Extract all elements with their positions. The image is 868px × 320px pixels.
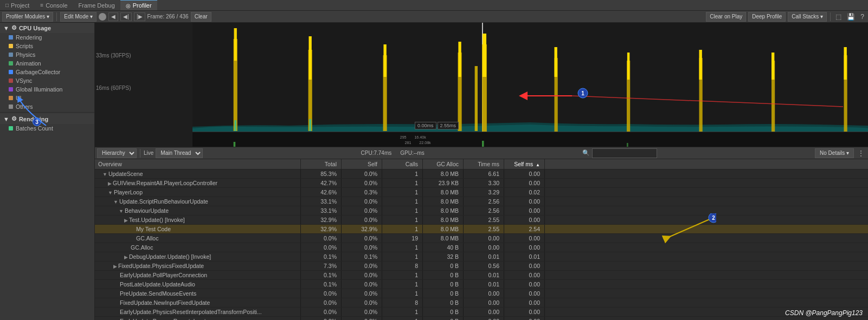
td-gc-alloc: 8.0 MB (423, 197, 464, 206)
td-gc-alloc: 8.0 MB (423, 215, 464, 224)
table-row[interactable]: EarlyUpdate.PhysicsResetInterpolatedTran… (95, 308, 868, 317)
td-calls: 8 (382, 262, 423, 270)
chart-area[interactable]: Selected: My Test Code 33ms (30FPS) 16ms… (95, 23, 868, 147)
table-row[interactable]: EarlyUpdate.PollPlayerConnection 0.1% 0.… (95, 271, 868, 280)
step-next-btn[interactable]: |▶ (134, 12, 145, 21)
sidebar-item-scripts[interactable]: Scripts (0, 42, 94, 50)
td-total: 7.3% (301, 262, 342, 270)
td-self-ms: 0.00 (504, 215, 545, 224)
table-row[interactable]: ▶GUIView.RepaintAll.PlayerLoopController… (95, 179, 868, 188)
call-stacks-btn[interactable]: Call Stacks ▾ (788, 12, 827, 22)
rendering-section-arrow: ▼ (3, 116, 9, 122)
tab-bar: □ Project ≡ Console Frame Debug ◎ Profil… (0, 0, 868, 11)
svg-rect-16 (627, 53, 629, 80)
sidebar-item-ui[interactable]: UI (0, 94, 94, 102)
td-self: 0.0% (342, 280, 382, 289)
tab-project[interactable]: □ Project (0, 0, 35, 10)
step-prev-btn[interactable]: ◀| (120, 12, 132, 21)
sidebar-item-physics[interactable]: Physics (0, 50, 94, 59)
td-time-ms: 0.01 (464, 252, 504, 261)
table-row[interactable]: ▼UpdateScene 85.3% 0.0% 1 8.0 MB 6.61 0.… (95, 169, 868, 179)
td-self: 0.0% (342, 243, 382, 252)
edit-mode-arrow-icon: ▾ (90, 14, 93, 19)
profiler-modules-btn[interactable]: Profiler Modules ▾ (2, 12, 53, 22)
td-self: 0.0% (342, 271, 382, 279)
sidebar-item-gc[interactable]: GarbageCollector (0, 68, 94, 76)
table-row[interactable]: ▼BehaviourUpdate 33.1% 0.0% 1 8.0 MB 2.5… (95, 206, 868, 215)
hierarchy-select[interactable]: Hierarchy (97, 148, 137, 158)
rendering-section[interactable]: ▼ ⚙ Rendering (0, 114, 94, 124)
sidebar-item-rendering[interactable]: Rendering (0, 33, 94, 42)
screenshot-btn[interactable]: ⬚ (834, 13, 843, 21)
th-time-ms[interactable]: Time ms (464, 159, 504, 169)
td-total: 42.6% (301, 188, 342, 197)
td-total: 33.1% (301, 197, 342, 206)
td-overview: ▼Update.ScriptRunBehaviourUpdate (95, 197, 301, 206)
td-time-ms: 0.01 (464, 271, 504, 279)
table-area[interactable]: Overview Total Self Calls GC Alloc Time … (95, 159, 868, 320)
others-color (9, 105, 13, 109)
more-options-btn[interactable]: ⋮ (856, 149, 866, 157)
table-row[interactable]: GC.Alloc 0.0% 0.0% 1 40 B 0.00 0.00 (95, 243, 868, 252)
help-btn[interactable]: ? (859, 13, 866, 21)
edit-mode-btn[interactable]: Edit Mode ▾ (60, 12, 97, 22)
th-self[interactable]: Self (342, 159, 382, 169)
step-back-btn[interactable]: ◀ (108, 12, 118, 21)
record-button[interactable] (99, 13, 106, 21)
thread-select[interactable]: Main Thread (156, 148, 203, 158)
td-time-ms: 0.00 (464, 308, 504, 316)
table-row[interactable]: GC.Alloc 0.0% 0.0% 19 8.0 MB 0.00 0.00 (95, 234, 868, 243)
td-self-ms: 0.00 (504, 206, 545, 215)
tree-arrow: ▶ (113, 264, 117, 269)
th-overview[interactable]: Overview (95, 159, 301, 169)
td-overview: PreUpdate.SendMouseEvents (95, 289, 301, 298)
cpu-icon: ⚙ (11, 24, 17, 31)
sidebar-item-others[interactable]: Others (0, 102, 94, 111)
td-self: 0.1% (342, 252, 382, 261)
td-calls: 19 (382, 234, 423, 243)
clear-button[interactable]: Clear (191, 12, 211, 22)
table-row[interactable]: My Test Code 32.9% 32.9% 1 8.0 MB 2.55 2… (95, 225, 868, 234)
td-self: 0.3% (342, 188, 382, 197)
fps60-label: 16ms (60FPS) (96, 85, 131, 91)
call-stacks-arrow-icon: ▾ (820, 14, 823, 19)
tab-frame-debug[interactable]: Frame Debug (73, 0, 120, 10)
tree-arrow: ▶ (108, 181, 112, 186)
table-row[interactable]: ▶Test.Update() [Invoke] 32.9% 0.0% 1 8.0… (95, 215, 868, 225)
sidebar-item-gi[interactable]: Global Illumination (0, 85, 94, 94)
deep-profile-btn[interactable]: Deep Profile (748, 12, 786, 22)
table-row[interactable]: ▶DebugUpdater.Update() [Invoke] 0.1% 0.1… (95, 252, 868, 262)
td-self-ms: 0.00 (504, 289, 545, 298)
svg-rect-33 (234, 142, 236, 147)
table-row[interactable]: ▼PlayerLoop 42.6% 0.3% 1 8.0 MB 3.29 0.0… (95, 188, 868, 197)
table-row[interactable]: ▼Update.ScriptRunBehaviourUpdate 33.1% 0… (95, 197, 868, 206)
table-row[interactable]: FixedUpdate.NewInputFixedUpdate 0.0% 0.0… (95, 298, 868, 308)
td-total: 32.9% (301, 215, 342, 224)
th-total[interactable]: Total (301, 159, 342, 169)
sidebar-item-vsync[interactable]: VSync (0, 76, 94, 85)
sidebar-item-animation[interactable]: Animation (0, 59, 94, 68)
tab-profiler[interactable]: ◎ Profiler (120, 0, 157, 10)
tree-arrow: ▼ (119, 208, 124, 214)
rendering-section-icon: ⚙ (11, 115, 17, 122)
sidebar-item-batches[interactable]: Batches Count (0, 124, 94, 133)
project-icon: □ (5, 2, 9, 8)
td-calls: 1 (382, 215, 423, 224)
cpu-usage-section[interactable]: ▼ ⚙ CPU Usage (0, 23, 94, 33)
table-row[interactable]: PostLateUpdate.UpdateAudio 0.1% 0.0% 1 0… (95, 280, 868, 289)
clear-on-play-btn[interactable]: Clear on Play (706, 12, 746, 22)
td-total: 32.9% (301, 225, 342, 233)
td-gc-alloc: 0 B (423, 262, 464, 270)
table-row[interactable]: PreUpdate.SendMouseEvents 0.0% 0.0% 1 0 … (95, 289, 868, 298)
th-gc-alloc[interactable]: GC Alloc (423, 159, 464, 169)
table-row[interactable]: EarlyUpdate.ProcessRemoteInput 0.0% 0.0%… (95, 317, 868, 320)
table-row[interactable]: ▶FixedUpdate.PhysicsFixedUpdate 7.3% 0.0… (95, 262, 868, 271)
search-input[interactable] (592, 148, 657, 158)
td-time-ms: 6.61 (464, 169, 504, 178)
td-overview: EarlyUpdate.PhysicsResetInterpolatedTran… (95, 308, 301, 316)
save-btn[interactable]: 💾 (845, 13, 857, 21)
no-details-btn[interactable]: No Details ▾ (815, 148, 854, 158)
th-calls[interactable]: Calls (382, 159, 423, 169)
tab-console[interactable]: ≡ Console (35, 0, 73, 10)
th-self-ms[interactable]: Self ms ▲ (504, 159, 545, 169)
